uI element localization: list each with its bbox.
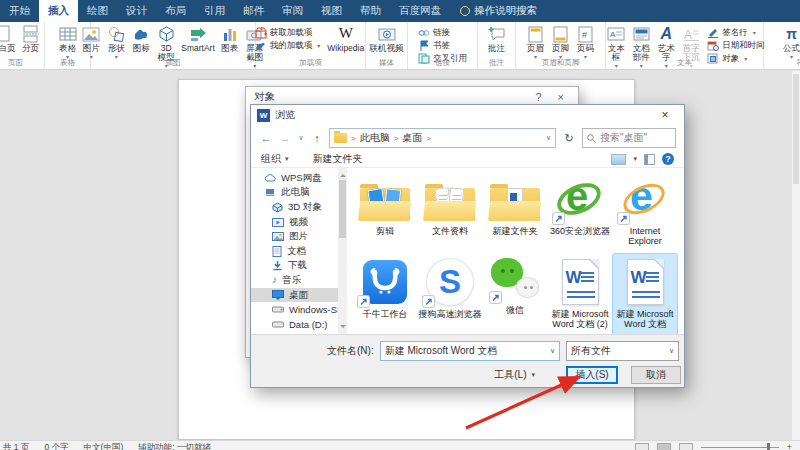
- up-button[interactable]: ↑: [310, 132, 324, 144]
- recent-locations-button[interactable]: ∨: [297, 134, 305, 142]
- group-add-ins: 获取加载项 我的加载项 ▾ W Wikipedia 加载项: [256, 22, 366, 69]
- help-icon[interactable]: ?: [535, 91, 541, 103]
- tab-design[interactable]: 设计: [117, 0, 156, 22]
- search-box[interactable]: 搜索"桌面": [582, 128, 676, 148]
- web-layout-button[interactable]: [679, 443, 693, 450]
- shortcut-qianniu[interactable]: 千牛工作台: [353, 254, 417, 334]
- refresh-button[interactable]: ↻: [561, 132, 577, 145]
- back-button[interactable]: ←: [259, 132, 273, 144]
- accessibility-status[interactable]: 辅助功能: 一切就绪: [138, 442, 211, 450]
- tab-view[interactable]: 视图: [312, 0, 351, 22]
- icons-button[interactable]: 图标: [129, 24, 153, 53]
- tab-mailings[interactable]: 邮件: [234, 0, 273, 22]
- file-word-doc-2[interactable]: W 新建 Microsoft Word 文档 (2): [548, 254, 612, 334]
- read-mode-button[interactable]: [635, 443, 649, 450]
- close-icon[interactable]: ×: [652, 108, 678, 122]
- tell-me-search[interactable]: 操作说明搜索: [450, 0, 547, 22]
- sidebar-item-downloads[interactable]: 下载: [251, 259, 338, 274]
- header-button[interactable]: 页眉: [524, 24, 548, 60]
- pictures-button[interactable]: 图片: [79, 24, 103, 60]
- tab-references[interactable]: 引用: [195, 0, 234, 22]
- date-time-button[interactable]: 日期和时间: [707, 39, 765, 52]
- breadcrumb-desktop[interactable]: 桌面: [402, 131, 422, 145]
- tab-baidu-netdisk[interactable]: 百度网盘: [390, 0, 450, 22]
- table-button[interactable]: 表格: [56, 24, 80, 60]
- signature-line-button[interactable]: 签名行 ▾: [707, 26, 765, 39]
- zoom-slider[interactable]: [701, 447, 779, 448]
- close-icon[interactable]: ×: [558, 91, 564, 103]
- tab-insert[interactable]: 插入: [39, 0, 78, 22]
- sidebar-item-3d-objects[interactable]: 3D 对象: [251, 200, 338, 215]
- shapes-button[interactable]: 形状: [104, 24, 128, 60]
- comment-button[interactable]: 批注: [485, 24, 509, 53]
- zoom-in-icon[interactable]: +: [787, 442, 792, 450]
- page-break-button[interactable]: 分页: [19, 24, 43, 53]
- equation-button[interactable]: π 公式: [780, 24, 800, 60]
- sidebar-scrollbar[interactable]: [338, 168, 347, 334]
- sidebar-item-music[interactable]: ♪ 音乐: [251, 273, 338, 288]
- blank-page-button[interactable]: 空白页: [0, 24, 18, 53]
- bookmark-button[interactable]: 书签: [418, 39, 467, 52]
- shortcut-360-browser[interactable]: e 360安全浏览器: [548, 171, 612, 252]
- language-status[interactable]: 中文(中国): [84, 442, 124, 450]
- shortcut-sogou-browser[interactable]: S 搜狗高速浏览器: [418, 254, 482, 334]
- wikipedia-button[interactable]: W Wikipedia: [325, 24, 366, 53]
- get-add-ins-button[interactable]: 获取加载项: [255, 26, 321, 39]
- chevron-down-icon[interactable]: ∨: [669, 347, 674, 355]
- tab-help[interactable]: 帮助: [351, 0, 390, 22]
- my-add-ins-button[interactable]: 我的加载项 ▾: [255, 39, 321, 52]
- shortcut-wechat[interactable]: 微信: [483, 254, 547, 334]
- folder-new[interactable]: 新建文件夹: [483, 171, 547, 252]
- tab-layout[interactable]: 布局: [156, 0, 195, 22]
- organize-button[interactable]: 组织: [261, 152, 281, 166]
- drive-icon: [272, 305, 284, 314]
- tab-home[interactable]: 开始: [0, 0, 39, 22]
- tell-me-label: 操作说明搜索: [474, 4, 537, 18]
- file-word-doc-selected[interactable]: W 新建 Microsoft Word 文档: [613, 254, 677, 334]
- online-video-button[interactable]: 联机视频: [368, 24, 406, 53]
- folder-documents[interactable]: 文件资料: [418, 171, 482, 252]
- chart-button[interactable]: 图表: [218, 24, 242, 53]
- insert-button[interactable]: 插入(S): [566, 366, 618, 384]
- footer-button[interactable]: 页脚: [549, 24, 573, 60]
- help-icon[interactable]: ?: [662, 153, 674, 165]
- filename-input[interactable]: 新建 Microsoft Word 文档 ∨: [380, 341, 560, 361]
- new-folder-button[interactable]: 新建文件夹: [313, 152, 363, 166]
- sidebar-item-videos[interactable]: 视频: [251, 215, 338, 230]
- breadcrumb-this-pc[interactable]: 此电脑: [360, 131, 390, 145]
- smartart-button[interactable]: SmartArt: [179, 24, 217, 53]
- scroll-up-icon[interactable]: [340, 171, 346, 177]
- tools-button[interactable]: 工具(L) ▾: [494, 368, 535, 382]
- page-number-button[interactable]: # 页码: [574, 24, 598, 60]
- shortcut-internet-explorer[interactable]: e Internet Explorer: [613, 171, 677, 252]
- sidebar-item-windows-ssd[interactable]: Windows-SSD (C:): [251, 302, 338, 317]
- filetype-select[interactable]: 所有文件 ∨: [566, 341, 679, 361]
- chevron-down-icon[interactable]: ▾: [633, 155, 637, 163]
- scrollbar-thumb[interactable]: [339, 180, 346, 238]
- sidebar-item-data-d[interactable]: Data (D:): [251, 317, 338, 332]
- sidebar-item-documents[interactable]: 文档: [251, 244, 338, 259]
- sidebar-item-pictures[interactable]: 图片: [251, 229, 338, 244]
- chevron-down-icon[interactable]: ∨: [550, 347, 555, 355]
- page-count-status[interactable]: 共 1 页: [3, 442, 29, 450]
- breadcrumb[interactable]: > 此电脑 > 桌面 > ∨: [329, 128, 556, 148]
- chevron-down-icon[interactable]: ∨: [546, 134, 551, 142]
- sidebar-item-wps-cloud[interactable]: WPS网盘: [251, 171, 338, 186]
- word-count-status[interactable]: 0 个字: [44, 442, 68, 450]
- sidebar-item-desktop[interactable]: 桌面: [251, 288, 338, 303]
- tab-review[interactable]: 审阅: [273, 0, 312, 22]
- sidebar-item-this-pc[interactable]: 此电脑: [251, 186, 338, 201]
- tab-draw[interactable]: 绘图: [78, 0, 117, 22]
- link-button[interactable]: 链接: [418, 26, 467, 39]
- folder-clips[interactable]: 剪辑: [353, 171, 417, 252]
- preview-pane-icon[interactable]: [644, 154, 655, 165]
- zoom-slider-thumb[interactable]: [767, 443, 770, 450]
- forward-button[interactable]: →: [278, 132, 292, 144]
- cancel-button[interactable]: 取消: [631, 366, 681, 384]
- scrollbar-thumb[interactable]: [793, 74, 799, 184]
- scroll-down-icon[interactable]: [340, 325, 346, 331]
- vertical-scrollbar[interactable]: [792, 71, 800, 440]
- change-view-icon[interactable]: [611, 154, 626, 165]
- print-layout-button[interactable]: [657, 443, 671, 450]
- svg-text:#: #: [582, 30, 587, 40]
